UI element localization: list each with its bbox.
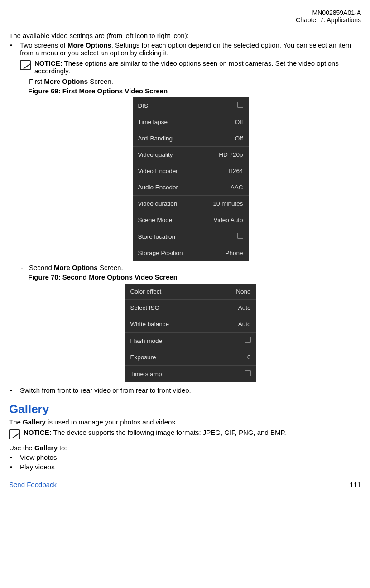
notice-block: NOTICE: The device supports the followin… [9,429,361,439]
checkbox-icon [245,337,251,343]
option-label: Time stamp [125,366,212,382]
option-row: Anti BandingOff [133,130,249,147]
option-value [199,228,248,245]
option-row: Select ISOAuto [125,300,256,316]
option-value [211,333,256,349]
page-header: MN002859A01-A Chapter 7: Applications [9,9,361,24]
notice-block: NOTICE: These options are similar to the… [20,59,361,75]
option-label: Time lapse [133,114,200,130]
option-row: Exposure0 [125,349,256,366]
notice-text: These options are similar to the video o… [34,59,339,75]
intro-text: The available video settings are (from l… [9,32,361,39]
option-label: Audio Encoder [133,179,200,196]
doc-id: MN002859A01-A [9,9,361,16]
option-row: Color effectNone [125,284,256,300]
option-value: Auto [211,316,256,333]
option-value: 0 [211,349,256,366]
page-number: 111 [350,481,361,488]
option-value: Video Auto [199,212,248,228]
text: Screen. [88,77,113,85]
option-row: White balanceAuto [125,316,256,333]
option-row: Store location [133,228,249,245]
notice-label: NOTICE: [24,429,52,436]
text: Use the Gallery to: [9,444,361,452]
notice-icon [9,429,20,439]
list-item: •View photos [9,453,361,461]
option-label: Video Encoder [133,163,200,179]
bullet-icon: • [9,41,20,49]
option-label: Video quality [133,147,200,163]
option-label: Storage Position [133,245,200,261]
text-bold: More Options [54,264,98,271]
text: Second [29,264,54,271]
option-value: H264 [199,163,248,179]
bullet-icon: • [9,463,20,471]
list-item: • Switch from front to rear video or fro… [9,386,361,394]
option-row: Audio EncoderAAC [133,179,249,196]
text: View photos [20,453,361,461]
text-bold: More Options [67,41,111,49]
option-row: Scene ModeVideo Auto [133,212,249,228]
screenshot-options-2: Color effectNoneSelect ISOAutoWhite bala… [125,284,256,382]
option-label: Exposure [125,349,212,366]
notice-label: NOTICE: [34,59,62,67]
option-row: Video duration10 minutes [133,196,249,212]
checkbox-icon [237,102,243,108]
text-bold: More Options [44,77,88,85]
option-label: Color effect [125,284,212,300]
section-title-gallery: Gallery [9,402,361,416]
option-value: None [211,284,256,300]
list-item: - Second More Options Screen. [20,264,361,271]
option-row: Flash mode [125,333,256,349]
figure-caption: Figure 69: First More Options Video Scre… [28,87,361,95]
list-item: • Two screens of More Options. Settings … [9,41,361,385]
option-label: Video duration [133,196,200,212]
option-label: Anti Banding [133,130,200,147]
option-row: DIS [133,97,249,114]
option-label: Select ISO [125,300,212,316]
option-row: Video EncoderH264 [133,163,249,179]
chapter-title: Chapter 7: Applications [9,16,361,24]
text: First [29,77,44,85]
checkbox-icon [245,370,251,376]
text: Play videos [20,463,361,471]
screenshot-options-1: DISTime lapseOffAnti BandingOffVideo qua… [133,97,249,261]
option-value: Off [199,130,248,147]
send-feedback-link[interactable]: Send Feedback [9,481,57,488]
option-label: Store location [133,228,200,245]
checkbox-icon [237,233,243,239]
notice-icon [20,60,31,70]
option-value: 10 minutes [199,196,248,212]
option-row: Time lapseOff [133,114,249,130]
option-label: White balance [125,316,212,333]
bullet-icon: • [9,453,20,461]
option-value: AAC [199,179,248,196]
option-value: Off [199,114,248,130]
bullet-icon: • [9,386,20,394]
option-label: Scene Mode [133,212,200,228]
dash-icon: - [20,264,29,271]
notice-text: The device supports the following image … [52,429,286,436]
option-value: Auto [211,300,256,316]
dash-icon: - [20,77,29,85]
list-item: - First More Options Screen. [20,77,361,85]
option-value: HD 720p [199,147,248,163]
text: The Gallery is used to manage your photo… [9,418,361,426]
option-value: Phone [199,245,248,261]
text: Two screens of [20,41,67,49]
text: Switch from front to rear video or from … [20,386,361,394]
option-row: Time stamp [125,366,256,382]
option-value [211,366,256,382]
option-row: Video qualityHD 720p [133,147,249,163]
text: Screen. [98,264,123,271]
option-label: Flash mode [125,333,212,349]
figure-caption: Figure 70: Second More Options Video Scr… [28,273,361,281]
option-label: DIS [133,97,200,114]
option-value [199,97,248,114]
option-row: Storage PositionPhone [133,245,249,261]
list-item: •Play videos [9,463,361,471]
